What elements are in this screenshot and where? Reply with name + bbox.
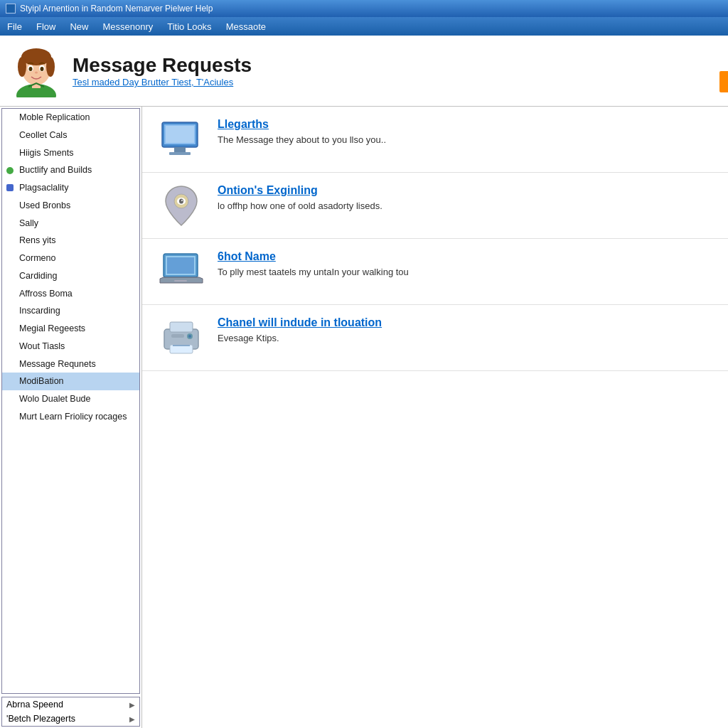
svg-rect-15 [166,126,194,143]
sidebar-label-13: Wout Tiasls [19,341,65,351]
sidebar-label-11: Inscarding [19,306,60,316]
msg-desc-0: The Message they about to you llso you.. [218,134,386,145]
svg-point-19 [181,200,183,201]
sidebar-item-10[interactable]: Affross Boma [2,285,139,303]
svg-rect-13 [174,147,186,152]
menu-messenonry[interactable]: Messenonry [95,20,160,33]
header-subtitle[interactable]: Tesl maded Day Brutter Tiest, T'Aciules [73,77,233,87]
sidebar-bottom[interactable]: Abrna Speend ▶ 'Betch Plezagerts ▶ [1,697,140,727]
msg-icon-2 [156,250,206,293]
sidebar-item-2[interactable]: Hiigis Sments [2,144,139,162]
blue-indicator [6,184,14,191]
msg-desc-3: Evesage Ktips. [218,333,279,343]
svg-point-18 [179,198,183,203]
sidebar-item-17[interactable]: Murt Learn Friolicy rocages [2,408,139,426]
menu-flow[interactable]: Flow [29,20,63,33]
arrow-icon-0: ▶ [129,701,135,709]
sidebar-item-4[interactable]: Plagsaclality [2,179,139,197]
svg-rect-22 [174,280,187,282]
sidebar-item-14[interactable]: Message Requnets [2,355,139,373]
message-item-3[interactable]: Chanel will indude in tlouation Evesage … [142,305,728,371]
sidebar-label-5: Used Bronbs [19,200,70,210]
sidebar-bottom-item-1[interactable]: 'Betch Plezagerts ▶ [2,712,139,726]
menu-titio[interactable]: Titio Looks [160,20,218,33]
sidebar-item-15[interactable]: ModiBation [2,373,139,390]
title-bar: Styipl Arnention in Random Nemarver Piel… [0,0,728,17]
arrow-icon-1: ▶ [129,715,135,723]
sidebar-label-9: Cardiding [19,271,58,281]
sidebar-item-3[interactable]: Buctlify and Builds [2,161,139,179]
header-area: Message Requests Tesl maded Day Brutter … [0,36,728,107]
msg-title-3[interactable]: Chanel will indude in tlouation [218,316,714,329]
svg-rect-24 [167,257,194,274]
sidebar-label-10: Affross Boma [19,289,73,299]
app-icon [6,4,16,14]
msg-content-0: Llegarths The Message they about to you … [218,118,714,146]
sidebar-label-15: ModiBation [19,376,64,386]
sidebar-label-7: Rens yits [19,235,55,245]
svg-rect-14 [169,152,191,155]
sidebar-item-6[interactable]: Sally [2,215,139,232]
sidebar: Moble Replication Ceollet Cals Hiigis Sm… [0,107,142,728]
msg-title-2[interactable]: 6hot Name [218,250,714,263]
svg-point-8 [29,67,33,71]
sidebar-label-0: Moble Replication [19,112,90,122]
sidebar-label-3: Buctlify and Builds [19,165,92,175]
svg-point-10 [35,72,38,74]
menu-bar: File Flow New Messenonry Titio Looks Mes… [0,17,728,36]
sidebar-item-0[interactable]: Moble Replication [2,109,139,127]
sidebar-item-12[interactable]: Megial Regeests [2,320,139,338]
menu-file[interactable]: File [0,20,29,33]
sidebar-list[interactable]: Moble Replication Ceollet Cals Hiigis Sm… [1,108,140,694]
sidebar-label-16: Wolo Dualet Bude [19,394,91,404]
header-text: Message Requests Tesl maded Day Brutter … [73,54,252,87]
orange-indicator [719,71,728,92]
msg-content-2: 6hot Name To plly mest taatels my untaIn… [218,250,714,279]
svg-rect-30 [171,334,184,338]
sidebar-label-17: Murt Learn Friolicy rocages [19,412,127,422]
msg-desc-2: To plly mest taatels my untaIn your walk… [218,267,409,277]
sidebar-item-1[interactable]: Ceollet Cals [2,127,139,144]
sidebar-bottom-label-1: 'Betch Plezagerts [6,714,75,724]
sidebar-label-14: Message Requnets [19,359,96,369]
svg-point-4 [18,57,26,77]
sidebar-item-11[interactable]: Inscarding [2,302,139,320]
svg-point-9 [41,67,44,71]
main-container: Message Requests Tesl maded Day Brutter … [0,36,728,728]
sidebar-bottom-label-0: Abrna Speend [6,700,63,710]
sidebar-label-4: Plagsaclality [19,183,68,193]
svg-rect-26 [170,322,193,332]
msg-desc-1: lo offhp how one of oold asadorty liseds… [218,200,382,211]
sidebar-bottom-item-0[interactable]: Abrna Speend ▶ [2,697,139,712]
menu-new[interactable]: New [63,20,95,33]
menu-messaote[interactable]: Messaote [219,20,273,33]
sidebar-item-8[interactable]: Cormeno [2,250,139,267]
content-area: Moble Replication Ceollet Cals Hiigis Sm… [0,107,728,728]
message-item-0[interactable]: Llegarths The Message they about to you … [142,107,728,173]
msg-icon-0 [156,118,206,161]
msg-content-1: Ontion's Exginling lo offhp how one of o… [218,184,714,213]
svg-point-5 [46,57,55,77]
title-bar-text: Styipl Arnention in Random Nemarver Piel… [20,4,213,14]
sidebar-item-16[interactable]: Wolo Dualet Bude [2,390,139,408]
sidebar-label-8: Cormeno [19,253,55,263]
msg-icon-3 [156,316,206,359]
message-item-1[interactable]: Ontion's Exginling lo offhp how one of o… [142,173,728,239]
msg-title-1[interactable]: Ontion's Exginling [218,184,714,197]
main-panel: Llegarths The Message they about to you … [142,107,728,728]
sidebar-label-1: Ceollet Cals [19,130,67,140]
message-item-2[interactable]: 6hot Name To plly mest taatels my untaIn… [142,239,728,305]
svg-point-29 [188,335,191,338]
sidebar-item-9[interactable]: Cardiding [2,267,139,285]
avatar [11,44,61,97]
sidebar-item-5[interactable]: Used Bronbs [2,197,139,215]
page-title: Message Requests [73,54,252,77]
sidebar-item-7[interactable]: Rens yits [2,232,139,250]
msg-title-0[interactable]: Llegarths [218,118,714,131]
sidebar-label-12: Megial Regeests [19,323,85,333]
sidebar-label-2: Hiigis Sments [19,148,73,158]
msg-icon-1 [156,184,206,227]
msg-content-3: Chanel will indude in tlouation Evesage … [218,316,714,345]
sidebar-item-13[interactable]: Wout Tiasls [2,338,139,355]
sidebar-label-6: Sally [19,218,38,228]
